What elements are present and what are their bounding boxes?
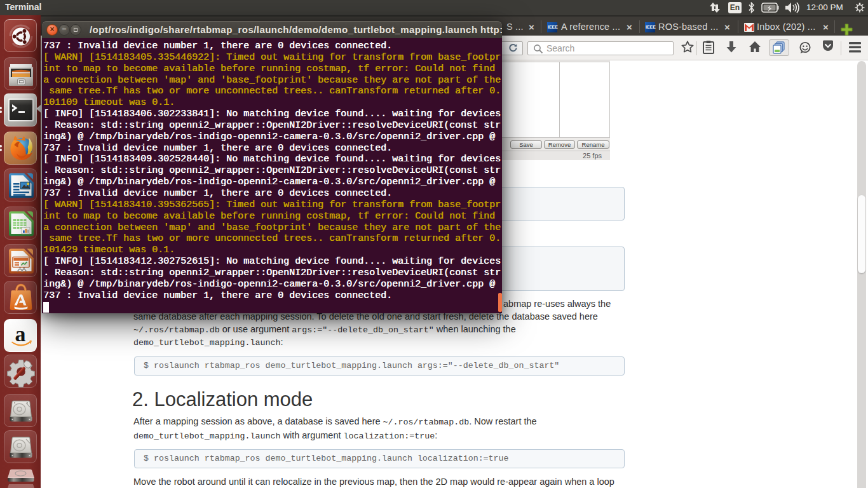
svg-text:a: a [15, 322, 26, 346]
